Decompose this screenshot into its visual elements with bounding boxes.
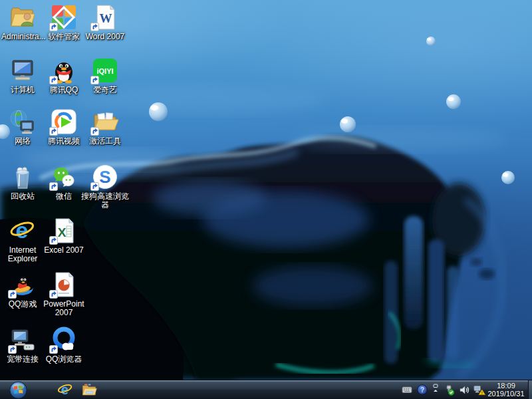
desktop-icon-activation-tools[interactable]: 激活工具 <box>84 108 126 146</box>
desktop-icon-broadband[interactable]: 宽带连接 <box>1 327 44 364</box>
show-hidden-icons-button[interactable] <box>432 384 440 396</box>
shortcut-arrow-icon <box>49 290 58 299</box>
shortcut-arrow-icon <box>8 290 17 299</box>
computer-icon <box>9 57 36 84</box>
clock-time: 18:09 <box>497 382 515 390</box>
svg-text:!: ! <box>481 390 483 394</box>
desktop-icon-computer[interactable]: 计算机 <box>1 57 44 94</box>
icon-label: 爱奇艺 <box>84 86 126 94</box>
shortcut-arrow-icon <box>90 127 99 136</box>
icon-label: 腾讯视频 <box>43 137 85 146</box>
desktop-icon-recycle-bin[interactable]: 回收站 <box>1 164 44 201</box>
desktop-icon-tencent-video[interactable]: 腾讯视频 <box>43 108 85 146</box>
desktop-icon-iqiyi[interactable]: iQIYI 爱奇艺 <box>84 57 126 94</box>
icon-label: 计算机 <box>1 86 44 94</box>
icon-label: 回收站 <box>1 192 44 201</box>
volume-icon[interactable] <box>458 384 470 396</box>
icon-label: Excel 2007 <box>43 246 85 255</box>
desktop-icon-qq-browser[interactable]: QQ浏览器 <box>43 327 85 364</box>
windows-desktop: Administra... 软件管家 W <box>0 0 532 399</box>
folder-icon <box>81 382 97 398</box>
desktop-icon-qq-games[interactable]: QQ游戏 <box>1 271 44 309</box>
icon-label: 搜狗高速浏览器 <box>79 192 131 209</box>
desktop-icon-excel-2007[interactable]: X Excel 2007 <box>43 217 85 255</box>
taskbar-internet-explorer[interactable]: e <box>55 380 76 399</box>
shortcut-arrow-icon <box>90 182 99 191</box>
icon-label: 网络 <box>1 137 44 146</box>
desktop-icon-sogou-browser[interactable]: S 搜狗高速浏览器 <box>79 164 131 209</box>
icon-label: QQ浏览器 <box>43 355 85 364</box>
icon-label: Administra... <box>1 33 44 41</box>
show-desktop-button[interactable] <box>528 380 532 399</box>
windows-start-orb-icon <box>9 381 27 399</box>
shortcut-arrow-icon <box>49 76 58 84</box>
svg-text:X: X <box>58 225 66 239</box>
desktop-icon-administrator[interactable]: Administra... <box>1 4 44 41</box>
taskbar: e <box>0 380 532 399</box>
desktop-icon-internet-explorer[interactable]: e Internet Explorer <box>1 217 44 263</box>
icon-label: 激活工具 <box>84 137 126 146</box>
shortcut-arrow-icon <box>90 23 99 31</box>
svg-text:W: W <box>100 11 112 25</box>
internet-explorer-icon: e <box>57 382 73 398</box>
svg-text:?: ? <box>420 386 424 394</box>
desktop-icon-software-manager[interactable]: 软件管家 <box>43 4 85 41</box>
icon-label: Internet Explorer <box>1 246 44 263</box>
shortcut-arrow-icon <box>49 182 58 191</box>
icon-label: Word 2007 <box>84 33 126 41</box>
shortcut-arrow-icon <box>90 76 99 84</box>
desktop-icon-word-2007[interactable]: W Word 2007 <box>84 4 126 41</box>
shortcut-arrow-icon <box>49 127 58 136</box>
network-globe-icon <box>9 108 36 135</box>
shortcut-arrow-icon <box>49 236 58 245</box>
network-warning-icon[interactable]: ! <box>473 384 485 396</box>
system-tray: ? <box>401 380 485 399</box>
shortcut-arrow-icon <box>49 23 58 31</box>
icon-label: 软件管家 <box>43 33 85 41</box>
svg-text:S: S <box>99 167 110 187</box>
input-method-keyboard-icon[interactable] <box>401 384 413 396</box>
desktop-wallpaper[interactable]: Administra... 软件管家 W <box>0 0 532 380</box>
icon-label: 腾讯QQ <box>43 86 85 94</box>
icon-label: QQ游戏 <box>1 300 44 309</box>
user-folder-icon <box>9 4 36 31</box>
clock-date: 2019/10/31 <box>487 390 524 398</box>
safely-remove-hardware-icon[interactable] <box>443 384 455 396</box>
desktop-icon-powerpoint-2007[interactable]: PowerPoint 2007 <box>43 271 85 317</box>
svg-text:e: e <box>16 217 29 243</box>
shortcut-arrow-icon <box>8 345 17 354</box>
internet-explorer-icon: e <box>9 217 36 244</box>
svg-text:e: e <box>61 382 68 397</box>
recycle-bin-icon <box>9 164 36 190</box>
svg-text:iQIYI: iQIYI <box>96 67 113 75</box>
shortcut-arrow-icon <box>49 345 58 354</box>
start-button[interactable] <box>7 380 29 399</box>
icon-label: PowerPoint 2007 <box>43 300 85 317</box>
desktop-icon-network[interactable]: 网络 <box>1 108 44 146</box>
help-icon[interactable]: ? <box>416 384 428 396</box>
taskbar-windows-explorer[interactable] <box>78 380 100 399</box>
taskbar-clock[interactable]: 18:09 2019/10/31 <box>485 380 527 399</box>
desktop-icon-tencent-qq[interactable]: 腾讯QQ <box>43 57 85 94</box>
icon-label: 宽带连接 <box>1 355 44 364</box>
